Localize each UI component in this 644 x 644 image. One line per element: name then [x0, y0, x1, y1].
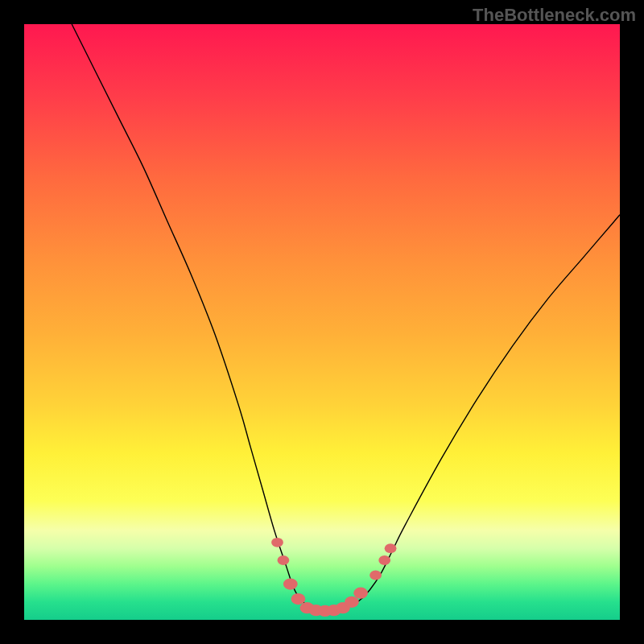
- bottleneck-curve: [72, 24, 620, 611]
- plot-area: [24, 24, 620, 620]
- curve-marker: [278, 555, 290, 565]
- curve-svg: [24, 24, 620, 620]
- curve-marker: [283, 578, 298, 589]
- curve-marker: [369, 571, 382, 580]
- chart-frame: TheBottleneck.com: [0, 0, 644, 644]
- curve-marker: [378, 555, 390, 565]
- curve-marker: [353, 588, 368, 599]
- watermark-text: TheBottleneck.com: [473, 5, 636, 26]
- curve-marker: [345, 597, 359, 608]
- curve-marker: [271, 538, 283, 547]
- curve-marker: [385, 543, 397, 553]
- curve-marker: [291, 593, 306, 605]
